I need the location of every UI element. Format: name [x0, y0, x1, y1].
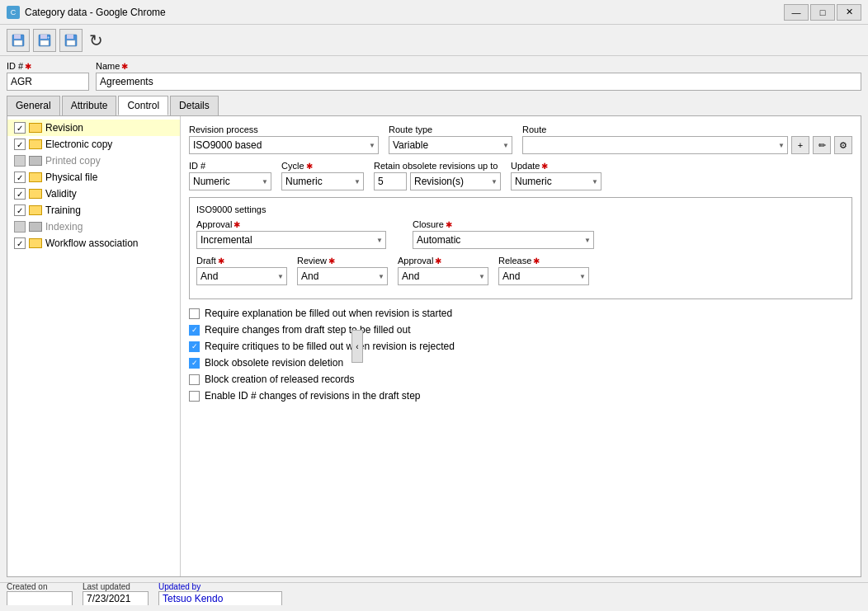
- name-label: Name ✱: [96, 61, 861, 71]
- require-critiques-label: Require critiques to be filled out when …: [205, 341, 455, 352]
- workflow-association-checkbox[interactable]: [14, 237, 26, 249]
- revision-folder-icon: [29, 123, 42, 133]
- toolbar: + ↻: [0, 25, 868, 56]
- tab-attribute[interactable]: Attribute: [62, 96, 117, 115]
- cb-row-0: Require explanation be filled out when r…: [189, 308, 852, 319]
- block-obsolete-label: Block obsolete revision deletion: [205, 357, 343, 369]
- tab-general[interactable]: General: [7, 96, 60, 115]
- cb-row-4: Block creation of released records: [189, 374, 852, 385]
- save-button-2[interactable]: +: [33, 29, 56, 52]
- sidebar-item-physical-file[interactable]: Physical file: [7, 169, 180, 186]
- closure-select[interactable]: Automatic Manual: [413, 231, 594, 249]
- revision-checkbox[interactable]: [14, 122, 26, 134]
- revision-process-select[interactable]: ISO9000 based Simple None: [189, 136, 379, 154]
- indexing-checkbox[interactable]: [14, 221, 26, 233]
- tabs-row: General Attribute Control Details: [7, 96, 861, 115]
- last-updated-label: Last updated: [83, 582, 149, 591]
- electronic-copy-checkbox[interactable]: [14, 139, 26, 150]
- sidebar-item-training[interactable]: Training: [7, 202, 180, 219]
- name-required-star: ✱: [121, 62, 128, 71]
- id-label: ID # ✱: [7, 61, 89, 71]
- svg-rect-1: [14, 35, 21, 39]
- electronic-copy-folder-icon: [29, 139, 42, 149]
- svg-text:+: +: [47, 35, 50, 40]
- approval2-select[interactable]: And Or: [398, 267, 488, 285]
- cycle-label: Cycle ✱: [281, 161, 364, 171]
- updated-by-value[interactable]: [158, 591, 282, 605]
- sidebar-collapse-button[interactable]: ‹: [351, 330, 363, 363]
- sidebar-item-workflow-association[interactable]: Workflow association: [7, 235, 180, 251]
- sidebar-item-indexing[interactable]: Indexing: [7, 219, 180, 235]
- enable-id-changes-label: Enable ID # changes of revisions in the …: [205, 390, 421, 402]
- iso9000-title: ISO9000 settings: [196, 204, 845, 214]
- sidebar-item-electronic-copy[interactable]: Electronic copy: [7, 136, 180, 153]
- svg-rect-9: [67, 40, 75, 45]
- tab-control[interactable]: Control: [118, 96, 168, 115]
- release-select[interactable]: And Or: [498, 267, 589, 285]
- draft-review-row: Draft ✱ And Or Review ✱: [196, 256, 845, 285]
- review-label: Review ✱: [297, 256, 388, 266]
- validity-label: Validity: [45, 188, 77, 200]
- sidebar-item-revision[interactable]: Revision: [7, 120, 180, 136]
- training-checkbox[interactable]: [14, 204, 26, 216]
- revision-process-row: Revision process ISO9000 based Simple No…: [189, 125, 852, 154]
- iso9000-section: ISO9000 settings Approval ✱ Incremental …: [189, 197, 852, 299]
- checkboxes-section: Require explanation be filled out when r…: [189, 308, 852, 402]
- cb-row-1: Require changes from draft step to be fi…: [189, 324, 852, 336]
- route-type-select[interactable]: Variable Fixed None: [389, 136, 512, 154]
- last-updated-value[interactable]: [83, 591, 149, 605]
- save-button-1[interactable]: [7, 29, 30, 52]
- minimize-button[interactable]: —: [784, 4, 809, 21]
- save-button-3[interactable]: [59, 29, 83, 52]
- validity-checkbox[interactable]: [14, 188, 26, 200]
- id-num-label: ID #: [189, 161, 271, 171]
- revision-label: Revision: [45, 122, 83, 134]
- require-critiques-checkbox[interactable]: [189, 341, 200, 352]
- physical-file-checkbox[interactable]: [14, 172, 26, 183]
- updated-by-field: Updated by: [158, 582, 282, 605]
- tab-details[interactable]: Details: [170, 96, 219, 115]
- printed-copy-folder-icon: [29, 156, 42, 166]
- update-select[interactable]: Numeric Alpha: [511, 172, 601, 190]
- block-creation-checkbox[interactable]: [189, 374, 200, 385]
- id-cycle-row: ID # Numeric Alpha Cycle ✱: [189, 161, 852, 190]
- approval-select[interactable]: Incremental Full None: [196, 231, 386, 249]
- sidebar-item-validity[interactable]: Validity: [7, 186, 180, 202]
- cycle-select[interactable]: Numeric Alpha: [281, 172, 364, 190]
- cb-row-3: Block obsolete revision deletion: [189, 357, 852, 369]
- update-label: Update ✱: [511, 161, 601, 171]
- review-select[interactable]: And Or: [297, 267, 388, 285]
- route-edit-button[interactable]: ✏: [813, 136, 831, 154]
- route-select[interactable]: [522, 136, 788, 154]
- sidebar-item-printed-copy[interactable]: Printed copy: [7, 153, 180, 169]
- app-icon: C: [7, 6, 20, 19]
- close-button[interactable]: ✕: [837, 4, 861, 21]
- refresh-button[interactable]: ↻: [89, 31, 103, 50]
- route-config-button[interactable]: ⚙: [834, 136, 852, 154]
- require-explanation-checkbox[interactable]: [189, 308, 200, 319]
- training-folder-icon: [29, 205, 42, 215]
- block-obsolete-checkbox[interactable]: [189, 358, 200, 369]
- last-updated-field: Last updated: [83, 582, 149, 605]
- draft-select[interactable]: And Or: [196, 267, 287, 285]
- svg-rect-4: [40, 35, 47, 39]
- id-input[interactable]: [7, 73, 89, 91]
- release-label: Release ✱: [498, 256, 589, 266]
- name-input[interactable]: [96, 73, 861, 91]
- require-changes-checkbox[interactable]: [189, 325, 200, 336]
- enable-id-changes-checkbox[interactable]: [189, 391, 200, 402]
- cb-row-2: Require critiques to be filled out when …: [189, 341, 852, 352]
- indexing-folder-icon: [29, 222, 42, 232]
- revision-process-label: Revision process: [189, 125, 379, 134]
- route-add-button[interactable]: +: [791, 136, 809, 154]
- id-num-select[interactable]: Numeric Alpha: [189, 172, 271, 190]
- revisions-unit-select[interactable]: Revision(s) Month(s) Year(s): [410, 172, 501, 190]
- maximize-button[interactable]: □: [810, 4, 835, 21]
- header-fields: ID # ✱ Name ✱ General Attribute Control …: [0, 56, 868, 582]
- closure-label: Closure ✱: [413, 219, 594, 229]
- printed-copy-label: Printed copy: [45, 155, 101, 167]
- retain-obsolete-input[interactable]: [374, 172, 407, 190]
- created-on-value[interactable]: [7, 591, 73, 605]
- printed-copy-checkbox[interactable]: [14, 155, 26, 167]
- title-bar: C Category data - Google Chrome — □ ✕: [0, 0, 868, 25]
